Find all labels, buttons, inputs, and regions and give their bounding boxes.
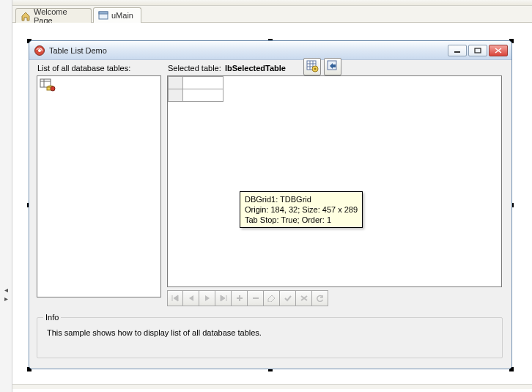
splitter-arrows[interactable]: ◂ ▸ (1, 286, 10, 303)
maximize-button[interactable] (468, 45, 487, 56)
nav-edit-button[interactable] (264, 290, 280, 306)
statusbar (12, 384, 532, 389)
selected-table-name: lbSelectedTable (224, 64, 287, 73)
left-gutter: ◂ ▸ (0, 0, 12, 392)
svg-rect-1 (99, 12, 108, 14)
nav-post-button[interactable] (280, 290, 296, 306)
svg-point-13 (51, 86, 55, 91)
selected-label: Selected table: (167, 64, 222, 73)
grid-settings-icon (306, 59, 319, 74)
editor-tab-bar: Welcome Page uMain (12, 6, 532, 23)
titlebar[interactable]: Table List Demo (29, 41, 511, 60)
db-tree-icon (40, 78, 56, 92)
nav-refresh-button[interactable] (312, 290, 328, 306)
form-icon (98, 10, 108, 21)
hint-line: Tab Stop: True; Order: 1 (245, 215, 331, 224)
design-hint-tooltip: DBGrid1: TDBGrid Origin: 184, 32; Size: … (240, 191, 363, 228)
dbgrid-panel[interactable] (167, 75, 502, 287)
grid-settings-button[interactable] (303, 58, 321, 75)
list-label: List of all database tables: (37, 64, 131, 73)
tab-label: uMain (111, 11, 133, 20)
tab-label: Welcome Page (34, 7, 86, 25)
form-designer-canvas[interactable]: Table List Demo List of all database tab… (12, 23, 532, 392)
nav-prior-button[interactable] (183, 290, 199, 306)
nav-insert-button[interactable] (232, 290, 248, 306)
svg-point-3 (38, 49, 41, 52)
toolbar-strip (12, 0, 532, 6)
db-navigator[interactable] (167, 290, 328, 306)
nav-delete-button[interactable] (248, 290, 264, 306)
pivot-button[interactable] (324, 58, 341, 75)
minimize-button[interactable] (448, 45, 467, 56)
svg-rect-5 (475, 48, 481, 53)
nav-next-button[interactable] (199, 290, 215, 306)
app-icon (34, 45, 45, 56)
tables-list-panel[interactable] (37, 75, 161, 297)
info-groupbox: Info This sample shows how to display li… (37, 317, 503, 358)
pivot-icon (326, 59, 339, 74)
info-caption: Info (43, 313, 61, 322)
splitter-right-icon[interactable]: ▸ (1, 295, 10, 303)
splitter-left-icon[interactable]: ◂ (1, 286, 10, 295)
tab-umain[interactable]: uMain (93, 7, 141, 23)
nav-cancel-button[interactable] (296, 290, 312, 306)
nav-first-button[interactable] (167, 290, 183, 306)
svg-point-20 (314, 68, 317, 70)
hint-line: Origin: 184, 32; Size: 457 x 289 (245, 205, 358, 214)
window-title: Table List Demo (49, 46, 446, 55)
grid-header-stub (168, 76, 223, 102)
tab-welcome-page[interactable]: Welcome Page (15, 8, 92, 23)
nav-last-button[interactable] (215, 290, 232, 306)
info-text: This sample shows how to display list of… (46, 328, 262, 337)
close-button[interactable] (489, 45, 508, 56)
hint-line: DBGrid1: TDBGrid (245, 195, 311, 204)
home-icon (21, 11, 31, 21)
